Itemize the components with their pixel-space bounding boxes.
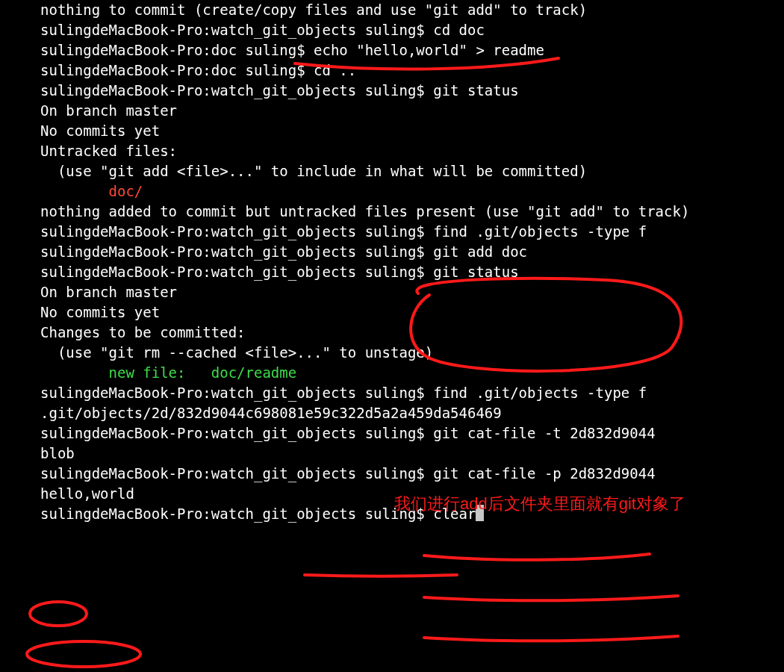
terminal-text — [40, 183, 109, 199]
terminal-text: sulingdeMacBook-Pro:watch_git_objects su… — [40, 243, 527, 260]
terminal-line: nothing added to commit but untracked fi… — [40, 202, 784, 222]
terminal-line: (use "git add <file>..." to include in w… — [40, 161, 784, 181]
terminal-text: .git/objects/2d/832d9044c698081e59c322d5… — [40, 405, 502, 421]
terminal-text: No commits yet — [40, 122, 160, 139]
terminal-text: On branch master — [40, 102, 177, 119]
terminal-line: sulingdeMacBook-Pro:watch_git_objects su… — [40, 423, 784, 444]
terminal-line: sulingdeMacBook-Pro:doc suling$ cd .. — [40, 60, 784, 81]
terminal-line: blob — [40, 444, 784, 464]
terminal-line: On branch master — [40, 282, 784, 302]
terminal-line: sulingdeMacBook-Pro:watch_git_objects su… — [40, 262, 784, 282]
terminal-line: new file: doc/readme — [40, 363, 784, 383]
terminal-text: sulingdeMacBook-Pro:watch_git_objects su… — [40, 22, 485, 38]
terminal-line: sulingdeMacBook-Pro:watch_git_objects su… — [40, 383, 784, 403]
terminal-text: (use "git add <file>..." to include in w… — [40, 163, 587, 179]
terminal-text: (use "git rm --cached <file>..." to unst… — [40, 344, 433, 361]
terminal-text: Untracked files: — [40, 143, 177, 159]
terminal-text: Changes to be committed: — [40, 324, 246, 340]
terminal-text: sulingdeMacBook-Pro:watch_git_objects su… — [40, 82, 519, 99]
terminal-text: sulingdeMacBook-Pro:watch_git_objects su… — [40, 223, 647, 240]
terminal-text: new file: doc/readme — [109, 364, 297, 381]
terminal-text: nothing added to commit but untracked fi… — [40, 203, 689, 220]
terminal-text: sulingdeMacBook-Pro:doc suling$ echo "he… — [40, 42, 544, 58]
terminal-line: Untracked files: — [40, 141, 784, 161]
terminal-text — [40, 364, 109, 381]
terminal-text: blob — [40, 445, 75, 461]
terminal-text: doc/ — [109, 183, 143, 199]
terminal-line: sulingdeMacBook-Pro:watch_git_objects su… — [40, 242, 784, 262]
terminal-line: nothing to commit (create/copy files and… — [40, 0, 784, 20]
terminal-text: sulingdeMacBook-Pro:watch_git_objects su… — [40, 385, 647, 401]
terminal-text: No commits yet — [40, 304, 160, 320]
terminal-line: sulingdeMacBook-Pro:watch_git_objects su… — [40, 81, 784, 101]
terminal-line: On branch master — [40, 101, 784, 121]
terminal-text: nothing to commit (create/copy files and… — [40, 1, 587, 18]
terminal-line: sulingdeMacBook-Pro:watch_git_objects su… — [40, 464, 784, 484]
terminal-text: sulingdeMacBook-Pro:watch_git_objects su… — [40, 264, 519, 280]
terminal-text: sulingdeMacBook-Pro:doc suling$ cd .. — [40, 62, 356, 78]
terminal-line: No commits yet — [40, 121, 784, 141]
terminal-line: doc/ — [40, 181, 784, 202]
terminal-line: (use "git rm --cached <file>..." to unst… — [40, 343, 784, 363]
terminal-text: hello,world — [40, 485, 134, 502]
terminal-text: sulingdeMacBook-Pro:watch_git_objects su… — [40, 465, 656, 482]
terminal-line: sulingdeMacBook-Pro:watch_git_objects su… — [40, 222, 784, 242]
terminal-line: No commits yet — [40, 302, 784, 323]
annotation-caption: 我们进行add后文件夹里面就有git对象了 — [394, 493, 685, 515]
terminal-line: Changes to be committed: — [40, 323, 784, 343]
terminal-line: sulingdeMacBook-Pro:watch_git_objects su… — [40, 20, 784, 40]
terminal-line: .git/objects/2d/832d9044c698081e59c322d5… — [40, 403, 784, 423]
terminal-viewport[interactable]: nothing to commit (create/copy files and… — [0, 0, 784, 672]
terminal-line: sulingdeMacBook-Pro:doc suling$ echo "he… — [40, 40, 784, 60]
terminal-text: sulingdeMacBook-Pro:watch_git_objects su… — [40, 425, 656, 441]
terminal-text: On branch master — [40, 284, 177, 300]
